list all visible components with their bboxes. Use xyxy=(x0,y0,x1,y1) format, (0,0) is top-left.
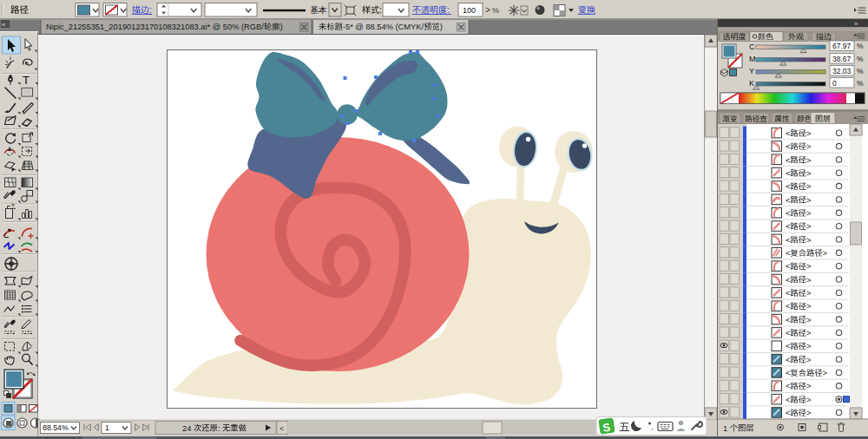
svg-text:>: > xyxy=(823,249,827,258)
svg-text:<: < xyxy=(786,316,790,324)
svg-text:>: > xyxy=(806,262,811,271)
svg-text:<: < xyxy=(786,196,790,205)
svg-text:T: T xyxy=(23,74,30,87)
svg-text:0: 0 xyxy=(832,79,837,88)
svg-text:>: > xyxy=(485,5,490,15)
svg-text::: : xyxy=(447,5,450,15)
svg-text:>: > xyxy=(806,409,811,417)
svg-text:>: > xyxy=(806,316,811,324)
svg-text:100: 100 xyxy=(463,6,476,15)
svg-text:<: < xyxy=(786,169,790,178)
svg-text:<: < xyxy=(786,182,790,191)
svg-text:<: < xyxy=(786,369,790,377)
svg-text:»: » xyxy=(854,20,858,28)
svg-text:88.54%: 88.54% xyxy=(43,423,69,432)
svg-text:<: < xyxy=(786,409,790,417)
svg-text::: : xyxy=(218,424,220,433)
svg-text:>: > xyxy=(806,129,811,138)
svg-text:基本: 基本 xyxy=(310,5,327,15)
svg-text:): ) xyxy=(440,23,443,31)
svg-text:>: > xyxy=(806,302,811,311)
svg-text:67.97: 67.97 xyxy=(832,42,852,50)
svg-text:38.67: 38.67 xyxy=(832,55,852,63)
svg-text:>: > xyxy=(806,196,811,205)
svg-text:<: < xyxy=(786,302,790,311)
svg-text:<: < xyxy=(786,222,790,231)
svg-text:-5* @ 88.54% (CMYK/: -5* @ 88.54% (CMYK/ xyxy=(343,23,424,31)
svg-text:>: > xyxy=(806,356,811,364)
svg-text:<: < xyxy=(786,342,790,351)
svg-text:<: < xyxy=(786,236,790,245)
svg-text:Y: Y xyxy=(749,67,754,75)
svg-text:«: « xyxy=(2,21,6,29)
svg-text:Nipic_21255351_201901231701083: Nipic_21255351_20190123170108321083.ai* … xyxy=(46,23,264,31)
svg-text:>: > xyxy=(806,182,811,191)
svg-text:%: % xyxy=(857,67,864,75)
svg-text:>: > xyxy=(806,236,811,245)
svg-text:1: 1 xyxy=(105,423,109,432)
svg-text:M: M xyxy=(749,55,756,63)
svg-text:%: % xyxy=(857,55,864,63)
svg-text:>: > xyxy=(806,169,811,178)
svg-text:%: % xyxy=(492,6,499,15)
svg-text:32.03: 32.03 xyxy=(832,67,852,75)
svg-text:>: > xyxy=(806,222,811,231)
svg-text:<: < xyxy=(786,276,790,285)
svg-text:<: < xyxy=(786,142,790,151)
svg-text:>: > xyxy=(806,396,811,404)
svg-text:<: < xyxy=(786,129,790,138)
svg-text:K: K xyxy=(749,79,754,88)
svg-text:>: > xyxy=(823,369,827,377)
svg-text:24: 24 xyxy=(182,424,191,433)
svg-text:): ) xyxy=(280,23,283,31)
svg-text:>: > xyxy=(806,156,811,165)
svg-text::: : xyxy=(379,5,382,15)
svg-text::: : xyxy=(149,5,152,15)
svg-text:>: > xyxy=(806,342,811,351)
svg-text:>: > xyxy=(806,142,811,151)
svg-text:,: , xyxy=(651,423,654,431)
svg-text:>: > xyxy=(806,329,811,337)
svg-text:>: > xyxy=(806,289,811,298)
svg-text:<: < xyxy=(279,424,284,433)
svg-text:<: < xyxy=(786,289,790,298)
svg-text:>: > xyxy=(806,382,811,390)
svg-text:>: > xyxy=(806,276,811,285)
svg-text:<: < xyxy=(786,356,790,364)
svg-text:<: < xyxy=(786,209,790,218)
svg-text:C: C xyxy=(749,43,755,51)
svg-text:%: % xyxy=(857,42,864,50)
svg-text:>: > xyxy=(806,209,811,218)
svg-text:1: 1 xyxy=(723,424,727,433)
svg-text:<: < xyxy=(786,156,790,165)
svg-text:<: < xyxy=(786,329,790,337)
svg-text:<: < xyxy=(786,396,790,404)
svg-text:<: < xyxy=(786,382,790,390)
svg-text:<: < xyxy=(786,249,790,258)
svg-text:%: % xyxy=(857,79,864,88)
svg-text:<: < xyxy=(786,262,790,271)
